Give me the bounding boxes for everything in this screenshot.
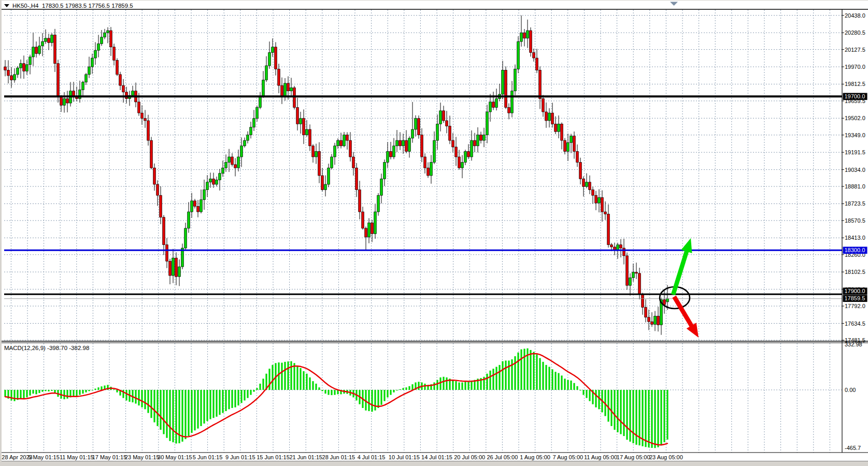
chart-surface[interactable]: 20438.020280.520127.519970.019812.519659… — [2, 1, 868, 461]
price-tick-label: 19502.0 — [845, 115, 865, 121]
price-tick-label: 20438.0 — [845, 12, 865, 19]
time-axis-label: 20 Jul 05:00 — [454, 454, 485, 460]
horizontal-price-lines[interactable] — [4, 96, 842, 298]
price-tick-label: 17792.0 — [845, 303, 865, 309]
price-line-label-18300: 18300.0 — [845, 247, 865, 253]
time-axis-label: 11 Aug 05:00 — [584, 454, 617, 460]
price-tick-label: 19812.5 — [845, 81, 865, 87]
time-axis-label: 11 May 01:15 — [60, 454, 94, 460]
chart-shift-marker-icon[interactable] — [670, 2, 678, 6]
price-tick-label: 19034.0 — [845, 167, 865, 173]
time-axis-label: 23 May 01:15 — [125, 454, 160, 460]
price-line-label-19700: 19700.0 — [845, 93, 865, 99]
time-axis-label: 1 Aug 05:00 — [520, 454, 550, 460]
price-tick-label: 19970.0 — [845, 64, 865, 70]
macd-axis-max: 332.98 — [845, 341, 862, 347]
time-axis-label: 15 Jun 01:15 — [257, 454, 290, 460]
price-tick-label: 18413.0 — [845, 235, 865, 241]
price-tick-label: 19191.5 — [845, 149, 865, 155]
candlestick-series — [4, 16, 669, 335]
chart-window: { "window": { "title_symbol": "HK50-,H4"… — [2, 1, 868, 461]
time-axis-label: 4 Jul 01:15 — [358, 454, 386, 460]
price-tick-label: 18102.5 — [845, 269, 865, 275]
price-tick-label: 17634.5 — [845, 321, 865, 327]
time-axis-label: 10 Jul 01:15 — [389, 454, 420, 460]
current-price-label: 17859.5 — [845, 295, 865, 301]
panel-borders — [2, 9, 868, 461]
macd-series — [4, 348, 668, 448]
macd-axis-min: -465.7 — [845, 445, 861, 451]
time-axis-label: 23 Aug 05:00 — [649, 454, 683, 460]
time-axis-label: 17 Aug 05:00 — [617, 454, 650, 460]
price-tick-label: 20280.5 — [845, 30, 865, 36]
time-axis-label: 28 Jun 01:15 — [322, 454, 355, 460]
time-axis-label: 21 Jun 01:15 — [289, 454, 322, 460]
time-axis-label: 14 Jul 01:15 — [421, 454, 452, 460]
price-tick-label: 18570.5 — [845, 217, 865, 224]
time-axis-label: 5 May 01:15 — [28, 454, 60, 460]
price-tick-label: 19349.0 — [845, 132, 865, 138]
time-axis-label: 17 May 01:15 — [92, 454, 127, 460]
time-axis-label: 9 Jun 01:15 — [225, 454, 255, 460]
trading-terminal-screen: { "window": { "title_symbol": "HK50-,H4"… — [0, 0, 868, 466]
price-line-label-17900: 17900.0 — [845, 288, 865, 294]
price-tick-label: 18881.0 — [845, 183, 865, 190]
price-tick-label: 18723.5 — [845, 200, 865, 207]
time-axis-label: 26 Jul 05:00 — [487, 454, 518, 460]
axis-labels: 20438.020280.520127.519970.019812.519659… — [2, 12, 867, 460]
macd-axis-zero: 0.00 — [845, 387, 856, 393]
time-axis-label: 30 May 01:15 — [158, 454, 192, 460]
time-axis-label: 5 Jun 01:15 — [193, 454, 223, 460]
price-tick-label: 20127.5 — [845, 47, 865, 53]
time-axis-label: 7 Aug 05:00 — [552, 454, 583, 460]
